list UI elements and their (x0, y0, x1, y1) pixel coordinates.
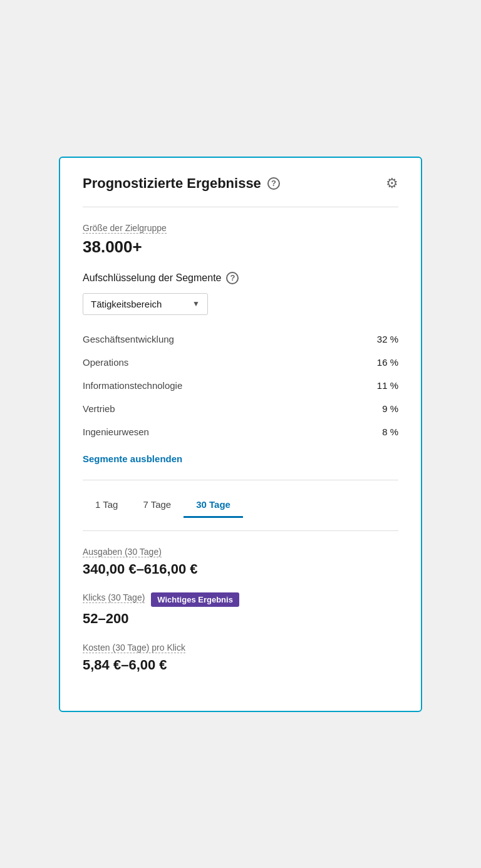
segment-row: Operations 16 % (83, 351, 398, 374)
ausgaben-section: Ausgaben (30 Tage) 340,00 €–616,00 € (83, 546, 398, 577)
kosten-label: Kosten (30 Tage) pro Klick (83, 643, 185, 653)
dropdown-label: Tätigkeitsbereich (91, 299, 162, 309)
help-icon[interactable]: ? (267, 177, 280, 190)
chevron-down-icon: ▼ (192, 299, 200, 308)
klicks-badge: Wichtiges Ergebnis (151, 592, 239, 607)
kosten-section: Kosten (30 Tage) pro Klick 5,84 €–6,00 € (83, 642, 398, 673)
tabs-divider (83, 530, 398, 531)
ausgaben-label: Ausgaben (30 Tage) (83, 547, 162, 557)
tab-7-tage[interactable]: 7 Tage (130, 493, 184, 518)
segment-section-label: Aufschlüsselung der Segmente ? (83, 272, 398, 284)
tabs-row: 1 Tag 7 Tage 30 Tage (83, 493, 398, 518)
segment-row: Geschäftsentwicklung 32 % (83, 328, 398, 351)
segment-row-label: Geschäftsentwicklung (83, 334, 174, 344)
hide-segments-link[interactable]: Segmente ausblenden (83, 453, 182, 464)
ausgaben-value: 340,00 €–616,00 € (83, 561, 398, 577)
segment-dropdown[interactable]: Tätigkeitsbereich ▼ (83, 293, 208, 315)
segment-help-icon[interactable]: ? (226, 272, 239, 284)
segment-row: Informationstechnologie 11 % (83, 374, 398, 397)
klicks-section: Klicks (30 Tage) Wichtiges Ergebnis 52–2… (83, 592, 398, 627)
segment-divider (83, 480, 398, 480)
klicks-value: 52–200 (83, 611, 398, 627)
gear-icon[interactable]: ⚙ (386, 175, 398, 192)
header-divider (83, 207, 398, 207)
segment-row-label: Informationstechnologie (83, 380, 182, 391)
segment-row: Ingenieurwesen 8 % (83, 420, 398, 443)
forecast-card: Prognostizierte Ergebnisse ? ⚙ Größe der… (59, 157, 422, 712)
klicks-label: Klicks (30 Tage) (83, 592, 145, 603)
card-header-left: Prognostizierte Ergebnisse ? (83, 175, 280, 192)
segment-row-label: Vertrieb (83, 403, 115, 414)
segment-row-value: 8 % (382, 426, 398, 437)
tab-1-tag[interactable]: 1 Tag (83, 493, 130, 518)
klicks-label-row: Klicks (30 Tage) Wichtiges Ergebnis (83, 592, 398, 607)
card-header: Prognostizierte Ergebnisse ? ⚙ (83, 175, 398, 192)
segment-breakdown-section: Aufschlüsselung der Segmente ? Tätigkeit… (83, 272, 398, 465)
segment-row-label: Operations (83, 357, 128, 368)
card-title: Prognostizierte Ergebnisse (83, 175, 261, 192)
audience-size-value: 38.000+ (83, 237, 398, 257)
kosten-value: 5,84 €–6,00 € (83, 657, 398, 673)
tab-30-tage[interactable]: 30 Tage (184, 493, 243, 518)
segment-row-value: 32 % (377, 334, 398, 344)
audience-size-section: Größe der Zielgruppe 38.000+ (83, 222, 398, 257)
segment-row: Vertrieb 9 % (83, 397, 398, 420)
segment-row-value: 9 % (382, 403, 398, 414)
segment-row-value: 11 % (377, 380, 398, 391)
segment-row-value: 16 % (377, 357, 398, 368)
segment-row-label: Ingenieurwesen (83, 426, 149, 437)
audience-size-label: Größe der Zielgruppe (83, 223, 167, 234)
segment-rows: Geschäftsentwicklung 32 % Operations 16 … (83, 328, 398, 443)
